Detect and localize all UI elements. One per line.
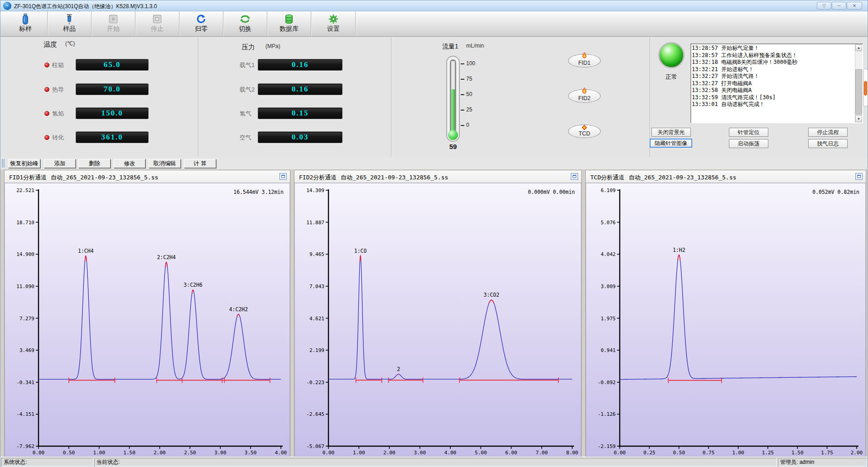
y-tick-label: 3.009: [601, 284, 616, 289]
skin-button[interactable]: ▽: [817, 2, 831, 10]
temp-led: [44, 63, 49, 67]
x-tick-label: 4.00: [444, 450, 457, 456]
flow-gauge-empty: [451, 61, 455, 89]
settings-gear-icon: [312, 11, 355, 25]
scroll-down-icon[interactable]: ▼: [855, 116, 862, 122]
switch-icon: [223, 11, 267, 25]
temp-display: 70.0: [76, 83, 149, 95]
temperature-unit: (℃): [65, 40, 75, 47]
status-light: [658, 42, 685, 68]
chart-panel-fid1: FID1分析通道 自动_265_2021-09-23_132856_5.ss 2…: [4, 170, 290, 457]
gas-cylinder-icon: [4, 11, 47, 25]
toolbar-button-start[interactable]: 开始: [92, 11, 135, 36]
close-backlight-button[interactable]: 关闭背景光: [651, 128, 691, 137]
toolbar-button-settings[interactable]: 设置: [312, 11, 356, 36]
toolbar-label: 切换: [223, 25, 267, 33]
log-line: 13:32:21 开始进标气！: [692, 66, 854, 73]
detector-label: FID1: [569, 60, 600, 66]
x-tick-label: 1.50: [791, 450, 804, 456]
delete-peak-button[interactable]: 删除: [78, 159, 111, 168]
x-tick-label: 1.00: [93, 450, 106, 456]
close-button[interactable]: ✕: [847, 2, 862, 10]
toolbar-label: 样品: [48, 25, 91, 33]
toolbar-button-zero[interactable]: 归零: [179, 11, 223, 36]
x-tick-label: 3.50: [245, 450, 257, 456]
toolbar-label: 开始: [92, 25, 135, 33]
x-tick-label: 0.25: [643, 450, 656, 456]
log-line: 13:28:57 开始标气定量！: [692, 45, 854, 52]
chromatogram-tcd[interactable]: 6.1095.0764.0423.0091.9750.941-0.092-1.1…: [586, 183, 866, 458]
event-log[interactable]: 13:28:57 开始标气定量！13:28:57 工作站进入标样预备采集状态！1…: [690, 43, 863, 123]
section-divider: [198, 37, 198, 157]
x-tick-label: 0.50: [63, 450, 75, 456]
y-tick-label: 9.465: [309, 251, 324, 257]
modify-peak-button[interactable]: 修改: [114, 159, 145, 168]
maximize-chart-icon[interactable]: [855, 173, 863, 180]
y-tick-label: 4.621: [309, 316, 324, 322]
toolbar-button-database[interactable]: 数据库: [267, 11, 311, 36]
x-tick-label: 2.50: [184, 450, 196, 456]
log-scrollbar[interactable]: ▲ ▼: [855, 44, 862, 122]
toolbar-button-standard-sample[interactable]: 标样: [4, 11, 48, 36]
titlebar: ~ ZF-301Q色谱工作站(301Q自动（绝缘油）K528.M)V3.1.3.…: [0, 0, 868, 11]
maximize-chart-icon[interactable]: [280, 173, 287, 180]
degas-log-button[interactable]: 脱气日志: [808, 139, 848, 148]
flow-tick-label: 75: [466, 76, 472, 82]
cancel-edit-button[interactable]: 取消编辑: [149, 159, 181, 168]
needle-position-button[interactable]: 针管定位: [729, 128, 768, 137]
detector-button-fid2[interactable]: FID2: [568, 89, 601, 103]
flame-icon: [582, 87, 587, 96]
add-peak-button[interactable]: 添加: [44, 159, 76, 168]
y-tick-label: 5.076: [601, 220, 616, 226]
y-tick-label: -0.092: [598, 380, 616, 385]
temp-row-label: 柱箱: [52, 61, 64, 69]
pressure-row-label: 空气: [240, 134, 251, 142]
flow-tick-label: 50: [466, 91, 472, 97]
y-tick-label: 7.043: [309, 284, 324, 289]
flow-gauge-bulb: [448, 130, 458, 140]
detector-button-fid1[interactable]: FID1: [568, 54, 601, 67]
y-tick-label: 4.042: [601, 251, 616, 257]
y-tick-label: 3.469: [19, 347, 34, 353]
x-tick-label: 2.00: [851, 450, 863, 456]
scrollbar-thumb[interactable]: [855, 69, 862, 115]
pressure-row-label: 载气2: [240, 86, 255, 94]
flow-tick: [461, 94, 464, 95]
hide-needle-image-button[interactable]: 隐藏针管图像: [650, 139, 692, 148]
chart-canvas: 6.1095.0764.0423.0091.9750.941-0.092-1.1…: [586, 183, 866, 457]
play-icon: [92, 11, 135, 25]
toolbar-grip[interactable]: [2, 159, 5, 168]
calculate-button[interactable]: 计 算: [184, 159, 216, 168]
stop-icon: [135, 11, 179, 25]
minimize-button[interactable]: ─: [832, 2, 846, 10]
y-tick-label: -2.159: [598, 443, 616, 449]
x-tick-label: 1.00: [732, 450, 744, 456]
side-panel-grip[interactable]: [864, 81, 867, 96]
toolbar-button-sample[interactable]: 样品: [48, 11, 92, 36]
admin-field: 管理员: admin: [778, 458, 867, 467]
maximize-chart-icon[interactable]: [571, 173, 578, 180]
restore-initial-peaks-button[interactable]: 恢复初始峰: [8, 159, 40, 168]
chromatogram-fid1[interactable]: 22.52118.71014.90011.0907.2793.469-0.341…: [5, 183, 290, 458]
temp-row-label: 氢焰: [52, 110, 64, 118]
syringe-icon: [48, 11, 91, 25]
temp-display: 361.0: [76, 131, 149, 143]
pressure-unit: (MPa): [265, 43, 280, 49]
detector-button-tcd[interactable]: TCD: [568, 125, 601, 138]
start-oscillation-button[interactable]: 启动振荡: [729, 139, 768, 148]
temp-display: 150.0: [76, 107, 149, 119]
toolbar-button-switch[interactable]: 切换: [223, 11, 267, 36]
log-line: 13:32:27 开始清洗气路！: [692, 73, 854, 80]
scroll-up-icon[interactable]: ▲: [855, 44, 862, 51]
flow-tick: [461, 110, 464, 111]
stop-flow-button[interactable]: 停止流程: [808, 128, 848, 137]
chromatogram-fid2[interactable]: 14.30911.8879.4657.0434.6212.199-0.223-2…: [294, 183, 581, 458]
chart-channel-title: FID1分析通道: [9, 173, 47, 182]
temp-led: [44, 135, 49, 140]
toolbar-button-stop[interactable]: 停止: [135, 11, 179, 36]
x-tick-label: 7.00: [536, 450, 548, 456]
y-tick-label: 22.521: [16, 188, 34, 193]
y-tick-label: 2.199: [309, 347, 324, 353]
flow-tick-label: 0: [466, 122, 469, 128]
x-tick-label: 6.00: [505, 450, 517, 456]
